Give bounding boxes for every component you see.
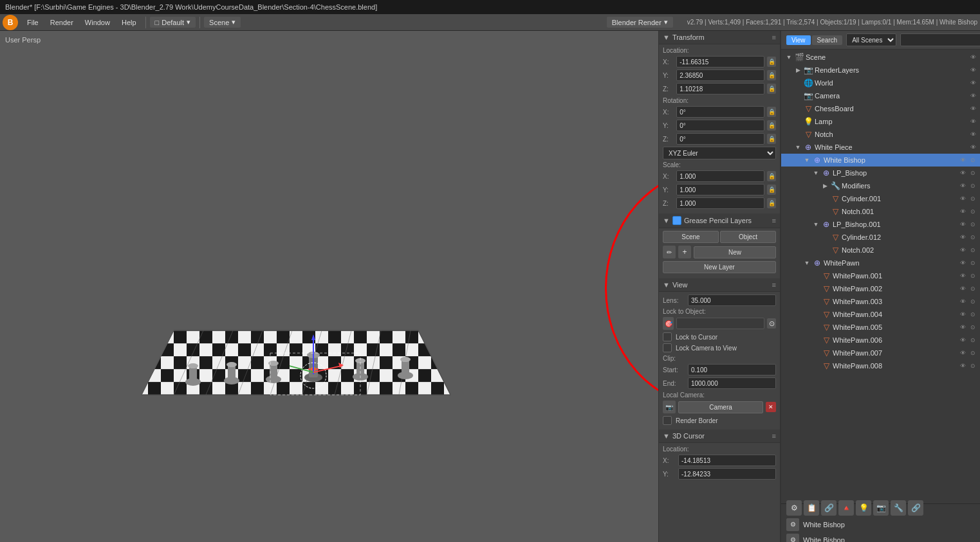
loc-y-lock[interactable]: 🔒: [767, 70, 776, 80]
lock-camera-checkbox[interactable]: [663, 343, 672, 352]
tree-visible-world[interactable]: 👁: [968, 78, 977, 87]
tree-visible-notch001[interactable]: 👁: [958, 207, 967, 216]
bottom-icon-1[interactable]: ⚙: [786, 500, 802, 516]
tree-item-chessboard[interactable]: ▽ ChessBoard 👁: [781, 102, 980, 115]
rot-z-input[interactable]: [676, 133, 764, 145]
tree-item-modifiers[interactable]: ▶ 🔧 Modifiers 👁 ⊙: [781, 179, 980, 192]
tree-select-whitepawn007[interactable]: ⊙: [968, 348, 977, 357]
tree-item-notch[interactable]: ▽ Notch 👁: [781, 128, 980, 141]
tree-visible-whitepawn004[interactable]: 👁: [958, 310, 967, 319]
viewport-panel[interactable]: User Persp: [0, 31, 658, 542]
tree-visible-chessboard[interactable]: 👁: [968, 104, 977, 113]
scale-y-input[interactable]: [676, 184, 764, 195]
grease-pencil-header[interactable]: ▼ Grease Pencil Layers ≡: [659, 213, 780, 228]
tab-view[interactable]: View: [786, 35, 811, 45]
cursor-menu[interactable]: ≡: [772, 432, 776, 440]
tree-item-whitepawn004[interactable]: ▽ WhitePawn.004 👁 ⊙: [781, 308, 980, 321]
tree-item-lpbishop[interactable]: ▼ ⊕ LP_Bishop 👁 ⊙: [781, 167, 980, 179]
bottom-icon-4[interactable]: 🔺: [838, 500, 854, 516]
tree-select-notch002[interactable]: ⊙: [968, 246, 977, 255]
add-icon-btn[interactable]: +: [678, 246, 691, 258]
tree-item-cylinder012[interactable]: ▽ Cylinder.012 👁 ⊙: [781, 231, 980, 244]
tree-item-whitepawn002[interactable]: ▽ WhitePawn.002 👁 ⊙: [781, 282, 980, 295]
tree-visible-whitebishop[interactable]: 👁: [958, 156, 967, 165]
new-layer-btn[interactable]: New Layer: [663, 261, 776, 273]
camera-clear-btn[interactable]: ✕: [766, 402, 776, 412]
new-btn[interactable]: New: [694, 246, 776, 258]
tree-select-whitepawn[interactable]: ⊙: [968, 258, 977, 267]
tree-select-cylinder001[interactable]: ⊙: [968, 194, 977, 203]
scale-x-lock[interactable]: 🔒: [767, 171, 776, 181]
tree-item-notch002[interactable]: ▽ Notch.002 👁 ⊙: [781, 244, 980, 257]
tree-item-lamp[interactable]: 💡 Lamp 👁: [781, 115, 980, 128]
tree-item-whitepawn[interactable]: ▼ ⊕ WhitePawn 👁 ⊙: [781, 257, 980, 269]
tree-visible-notch[interactable]: 👁: [968, 130, 977, 139]
rot-x-input[interactable]: [676, 106, 764, 118]
tree-item-whitepiece[interactable]: ▼ ⊕ White Piece 👁: [781, 141, 980, 154]
tree-item-lpbishop001[interactable]: ▼ ⊕ LP_Bishop.001 👁 ⊙: [781, 218, 980, 231]
loc-y-input[interactable]: [676, 69, 764, 81]
bottom-icon-2[interactable]: 📋: [804, 500, 819, 516]
scene-btn[interactable]: Scene: [663, 231, 719, 243]
tree-select-whitepawn008[interactable]: ⊙: [968, 361, 977, 370]
tree-visible-whitepawn008[interactable]: 👁: [958, 361, 967, 370]
grease-pencil-checkbox[interactable]: [672, 216, 681, 225]
render-border-checkbox[interactable]: [663, 416, 672, 425]
scene-selector[interactable]: Scene ▾: [204, 17, 241, 28]
scale-z-input[interactable]: [676, 197, 764, 209]
tree-visible-camera[interactable]: 👁: [968, 91, 977, 100]
lock-obj-input[interactable]: [676, 318, 764, 329]
tree-select-whitebishop[interactable]: ⊙: [968, 156, 977, 165]
view-menu[interactable]: ≡: [772, 281, 776, 289]
tree-visible-renderlayers[interactable]: 👁: [968, 66, 977, 75]
tree-visible-whitepawn002[interactable]: 👁: [958, 284, 967, 293]
lock-obj-picker[interactable]: ⊙: [767, 318, 776, 329]
tree-select-modifiers[interactable]: ⊙: [968, 181, 977, 190]
cursor-header[interactable]: ▼ 3D Cursor ≡: [659, 429, 780, 443]
lens-input[interactable]: [688, 294, 776, 306]
tree-visible-whitepawn007[interactable]: 👁: [958, 348, 967, 357]
tree-select-whitepawn001[interactable]: ⊙: [968, 271, 977, 280]
transform-menu[interactable]: ≡: [772, 33, 776, 41]
rotation-mode-select[interactable]: XYZ Euler: [663, 147, 776, 159]
menu-file[interactable]: File: [22, 17, 44, 28]
tree-visible-whitepawn[interactable]: 👁: [958, 258, 967, 267]
grease-pencil-menu[interactable]: ≡: [772, 217, 776, 224]
lock-cursor-checkbox[interactable]: [663, 332, 672, 341]
tree-visible-modifiers[interactable]: 👁: [958, 181, 967, 190]
tree-item-cylinder001[interactable]: ▽ Cylinder.001 👁 ⊙: [781, 192, 980, 205]
rot-x-lock[interactable]: 🔒: [767, 107, 776, 117]
tree-item-notch001[interactable]: ▽ Notch.001 👁 ⊙: [781, 205, 980, 218]
menu-help[interactable]: Help: [116, 17, 142, 28]
tree-visible-whitepawn001[interactable]: 👁: [958, 271, 967, 280]
tree-visible-whitepiece[interactable]: 👁: [968, 143, 977, 152]
tree-item-renderlayers[interactable]: ▶ 📷 RenderLayers 👁: [781, 64, 980, 77]
scenes-select[interactable]: All Scenes: [846, 33, 896, 46]
object-btn[interactable]: Object: [720, 231, 776, 243]
loc-x-input[interactable]: [676, 56, 764, 68]
scale-y-lock[interactable]: 🔒: [767, 185, 776, 195]
tree-item-whitepawn005[interactable]: ▽ WhitePawn.005 👁 ⊙: [781, 321, 980, 334]
rot-y-input[interactable]: [676, 120, 764, 131]
transform-header[interactable]: ▼ Transform ≡: [659, 31, 780, 44]
loc-z-input[interactable]: [676, 83, 764, 95]
tree-item-camera[interactable]: 📷 Camera 👁: [781, 89, 980, 102]
tree-visible-whitepawn006[interactable]: 👁: [958, 336, 967, 345]
tree-visible-lpbishop[interactable]: 👁: [958, 168, 967, 177]
view-header[interactable]: ▼ View ≡: [659, 278, 780, 292]
tree-select-notch001[interactable]: ⊙: [968, 207, 977, 216]
bottom-icon-6[interactable]: 📷: [873, 500, 889, 516]
tree-item-whitepawn001[interactable]: ▽ WhitePawn.001 👁 ⊙: [781, 269, 980, 282]
menu-window[interactable]: Window: [80, 17, 115, 28]
tree-visible-lamp[interactable]: 👁: [968, 117, 977, 126]
pencil-icon-btn[interactable]: ✏: [663, 246, 676, 258]
bottom-icon-5[interactable]: 💡: [856, 500, 871, 516]
camera-value-btn[interactable]: Camera: [678, 401, 763, 413]
render-engine-selector[interactable]: Blender Render ▾: [607, 17, 673, 28]
tree-select-whitepawn004[interactable]: ⊙: [968, 310, 977, 319]
cursor-y-input[interactable]: [678, 468, 776, 480]
tree-visible-lpbishop001[interactable]: 👁: [958, 220, 967, 229]
tree-select-whitepawn005[interactable]: ⊙: [968, 323, 977, 332]
start-input[interactable]: [688, 364, 776, 375]
tree-visible-cylinder012[interactable]: 👁: [958, 233, 967, 242]
